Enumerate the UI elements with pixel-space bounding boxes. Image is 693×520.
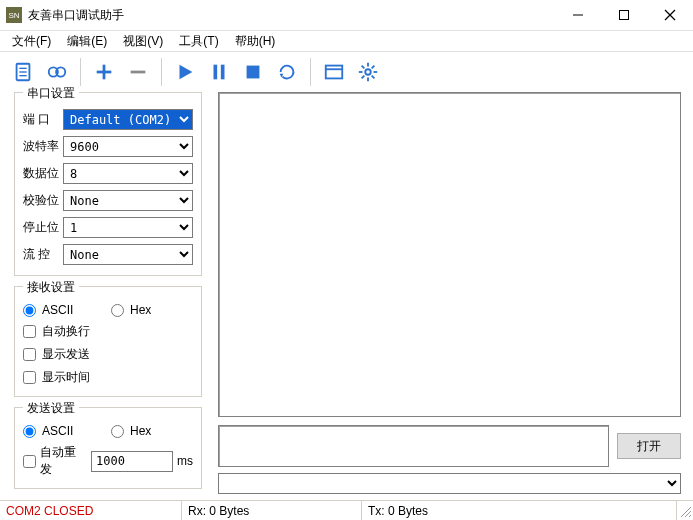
svg-marker-13 <box>180 65 193 80</box>
databits-label: 数据位 <box>23 165 63 182</box>
svg-rect-16 <box>247 66 260 79</box>
menu-edit[interactable]: 编辑(E) <box>59 31 115 52</box>
svg-rect-15 <box>221 65 225 80</box>
resend-interval-input[interactable] <box>91 451 173 472</box>
auto-resend-checkbox[interactable] <box>23 455 36 468</box>
rx-settings-group: 接收设置 ASCII Hex 自动换行 显示发送 显示时间 <box>14 286 202 397</box>
tx-settings-group: 发送设置 ASCII Hex 自动重发 ms <box>14 407 202 489</box>
svg-line-31 <box>689 515 691 517</box>
settings-icon[interactable] <box>353 57 383 87</box>
rx-ascii-radio[interactable] <box>23 304 36 317</box>
rx-hex-label: Hex <box>130 303 151 317</box>
rx-showsend-label: 显示发送 <box>42 346 90 363</box>
toolbar-separator <box>161 58 162 86</box>
flow-select[interactable]: None <box>63 244 193 265</box>
rx-showtime-checkbox[interactable] <box>23 371 36 384</box>
baud-label: 波特率 <box>23 138 63 155</box>
tx-hex-label: Hex <box>130 424 151 438</box>
port-settings-title: 串口设置 <box>23 85 79 102</box>
status-port: COM2 CLOSED <box>0 501 182 520</box>
ms-label: ms <box>177 454 193 468</box>
menu-view[interactable]: 视图(V) <box>115 31 171 52</box>
pause-icon[interactable] <box>204 57 234 87</box>
tx-hex-radio[interactable] <box>111 425 124 438</box>
toolbar-separator <box>80 58 81 86</box>
play-icon[interactable] <box>170 57 200 87</box>
resize-grip-icon[interactable] <box>677 503 693 519</box>
stop-icon[interactable] <box>238 57 268 87</box>
rx-wrap-label: 自动换行 <box>42 323 90 340</box>
parity-label: 校验位 <box>23 192 63 209</box>
flow-label: 流 控 <box>23 246 63 263</box>
maximize-button[interactable] <box>601 0 647 30</box>
menu-file[interactable]: 文件(F) <box>4 31 59 52</box>
status-rx: Rx: 0 Bytes <box>182 501 362 520</box>
svg-rect-18 <box>326 66 343 79</box>
remove-icon[interactable] <box>123 57 153 87</box>
tx-ascii-radio[interactable] <box>23 425 36 438</box>
window-icon[interactable] <box>319 57 349 87</box>
rx-ascii-label: ASCII <box>42 303 73 317</box>
send-history-select[interactable] <box>218 473 681 494</box>
add-icon[interactable] <box>89 57 119 87</box>
window-title: 友善串口调试助手 <box>28 7 555 24</box>
rx-showsend-checkbox[interactable] <box>23 348 36 361</box>
rx-showtime-label: 显示时间 <box>42 369 90 386</box>
toolbar-separator <box>310 58 311 86</box>
app-icon: SN <box>6 7 22 23</box>
auto-resend-label: 自动重发 <box>40 444 87 478</box>
open-button[interactable]: 打开 <box>617 433 681 459</box>
menu-bar: 文件(F) 编辑(E) 视图(V) 工具(T) 帮助(H) <box>0 30 693 52</box>
stopbits-label: 停止位 <box>23 219 63 236</box>
svg-line-25 <box>362 66 365 69</box>
rx-settings-title: 接收设置 <box>23 279 79 296</box>
status-tx: Tx: 0 Bytes <box>362 501 677 520</box>
rx-wrap-checkbox[interactable] <box>23 325 36 338</box>
svg-rect-1 <box>620 11 629 20</box>
parity-select[interactable]: None <box>63 190 193 211</box>
svg-rect-14 <box>214 65 218 80</box>
status-bar: COM2 CLOSED Rx: 0 Bytes Tx: 0 Bytes <box>0 500 693 520</box>
menu-help[interactable]: 帮助(H) <box>227 31 284 52</box>
port-label: 端 口 <box>23 111 63 128</box>
stopbits-select[interactable]: 1 <box>63 217 193 238</box>
refresh-icon[interactable] <box>272 57 302 87</box>
baud-select[interactable]: 9600 <box>63 136 193 157</box>
receive-textarea[interactable] <box>218 92 681 417</box>
send-textarea[interactable] <box>218 425 609 467</box>
svg-line-26 <box>372 76 375 79</box>
menu-tools[interactable]: 工具(T) <box>171 31 226 52</box>
port-select[interactable]: Default (COM2) <box>63 109 193 130</box>
new-document-icon[interactable] <box>8 57 38 87</box>
svg-line-28 <box>372 66 375 69</box>
port-settings-group: 串口设置 端 口 Default (COM2) 波特率 9600 数据位 8 校… <box>14 92 202 276</box>
svg-line-27 <box>362 76 365 79</box>
record-icon[interactable] <box>42 57 72 87</box>
close-button[interactable] <box>647 0 693 30</box>
toolbar <box>0 52 693 92</box>
tx-ascii-label: ASCII <box>42 424 73 438</box>
title-bar: SN 友善串口调试助手 <box>0 0 693 30</box>
svg-point-20 <box>365 69 371 75</box>
rx-hex-radio[interactable] <box>111 304 124 317</box>
databits-select[interactable]: 8 <box>63 163 193 184</box>
minimize-button[interactable] <box>555 0 601 30</box>
tx-settings-title: 发送设置 <box>23 400 79 417</box>
